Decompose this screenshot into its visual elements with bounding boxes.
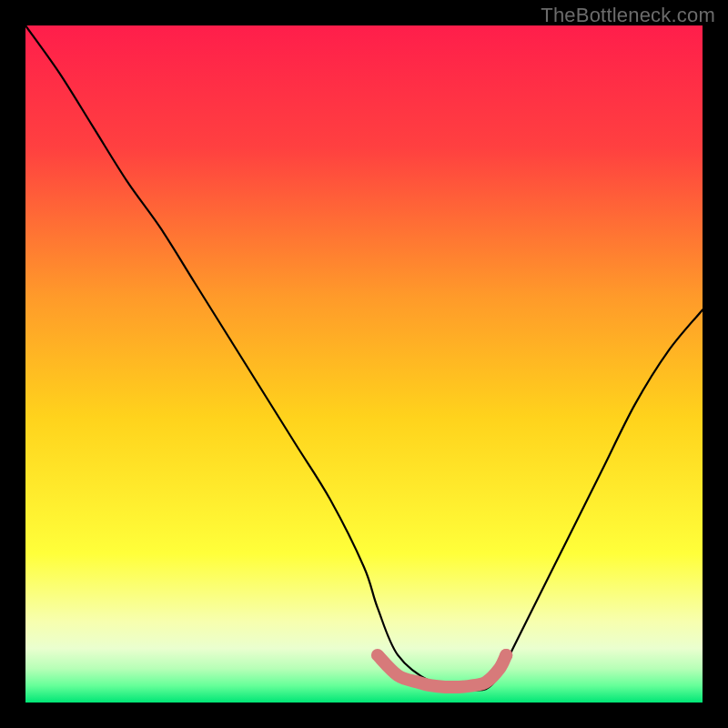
optimal-range-marker — [378, 655, 506, 687]
chart-frame: TheBottleneck.com — [0, 0, 728, 728]
bottleneck-curve — [25, 25, 703, 691]
watermark-text: TheBottleneck.com — [541, 4, 715, 27]
optimal-range-end-dot — [500, 649, 512, 662]
curve-layer — [25, 25, 703, 703]
plot-area — [25, 25, 703, 703]
